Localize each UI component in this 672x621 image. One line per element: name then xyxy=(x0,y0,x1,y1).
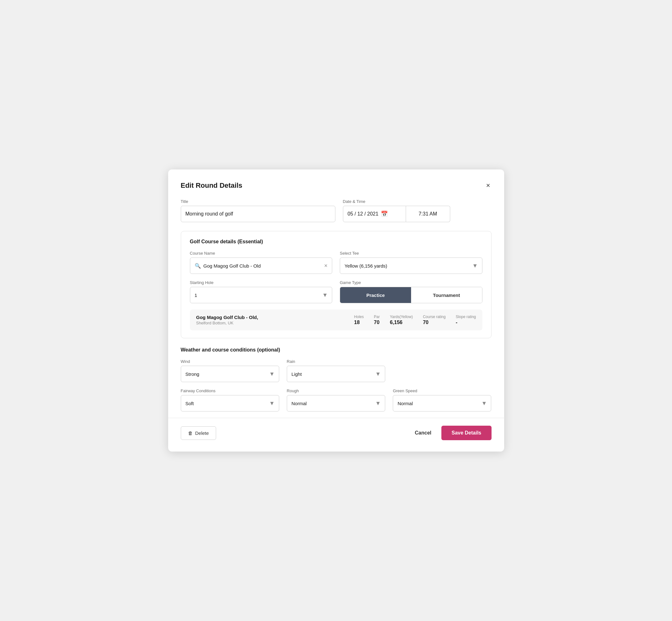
starting-hole-dropdown[interactable]: 1 2 3 10 xyxy=(190,287,333,303)
starting-hole-wrap: 1 2 3 10 ▼ xyxy=(190,287,333,303)
par-value: 70 xyxy=(374,320,380,325)
modal-header: Edit Round Details × xyxy=(181,181,492,190)
game-type-label: Game Type xyxy=(340,280,482,285)
close-button[interactable]: × xyxy=(485,181,492,190)
yards-value: 6,156 xyxy=(390,320,403,325)
rain-dropdown[interactable]: None Light Moderate Heavy xyxy=(287,366,385,382)
course-location: Shelford Bottom, UK xyxy=(196,321,344,325)
tournament-toggle-button[interactable]: Tournament xyxy=(411,287,482,303)
search-icon: 🔍 xyxy=(195,263,201,269)
game-type-toggle: Practice Tournament xyxy=(340,287,482,303)
green-speed-label: Green Speed xyxy=(393,388,491,393)
rough-label: Rough xyxy=(287,388,385,393)
date-time-field-group: Date & Time 05 / 12 / 2021 📅 7:31 AM xyxy=(343,199,450,222)
course-main-name: Gog Magog Golf Club - Old, xyxy=(196,315,344,320)
slope-rating-value: - xyxy=(456,320,457,325)
save-button[interactable]: Save Details xyxy=(442,426,491,440)
rough-col: Rough Normal Thick Sparse ▼ xyxy=(287,388,385,411)
par-stat: Par 70 xyxy=(374,315,380,325)
time-value: 7:31 AM xyxy=(419,211,437,217)
slope-rating-label: Slope rating xyxy=(456,315,476,319)
course-info-row: Gog Magog Golf Club - Old, Shelford Bott… xyxy=(190,309,482,330)
select-tee-wrap: Yellow (6,156 yards) White Red Blue ▼ xyxy=(340,257,482,274)
yards-label: Yards(Yellow) xyxy=(390,315,413,319)
fairway-rough-green-row: Fairway Conditions Soft Normal Hard Wet … xyxy=(181,388,492,411)
rain-select-wrap: None Light Moderate Heavy ▼ xyxy=(287,366,385,382)
time-field[interactable]: 7:31 AM xyxy=(406,206,450,222)
date-time-group: 05 / 12 / 2021 📅 7:31 AM xyxy=(343,206,450,222)
modal-title: Edit Round Details xyxy=(181,181,243,190)
starting-hole-col: Starting Hole 1 2 3 10 ▼ xyxy=(190,280,333,303)
wind-select-wrap: None Light Moderate Strong ▼ xyxy=(181,366,279,382)
calendar-icon: 📅 xyxy=(381,210,388,217)
delete-label: Delete xyxy=(195,430,209,436)
course-rating-stat: Course rating 70 xyxy=(423,315,446,325)
golf-course-section-title: Golf Course details (Essential) xyxy=(190,239,482,245)
fairway-select-wrap: Soft Normal Hard Wet ▼ xyxy=(181,395,279,411)
footer-right: Cancel Save Details xyxy=(412,426,492,440)
rough-select-wrap: Normal Thick Sparse ▼ xyxy=(287,395,385,411)
slope-rating-stat: Slope rating - xyxy=(456,315,476,325)
rain-col: Rain None Light Moderate Heavy ▼ xyxy=(287,359,385,382)
holes-label: Holes xyxy=(354,315,364,319)
yards-stat: Yards(Yellow) 6,156 xyxy=(390,315,413,325)
rough-dropdown[interactable]: Normal Thick Sparse xyxy=(287,395,385,411)
course-name-input-wrap: 🔍 × xyxy=(190,257,333,274)
title-label: Title xyxy=(181,199,335,204)
footer-divider xyxy=(168,418,504,418)
wind-col: Wind None Light Moderate Strong ▼ xyxy=(181,359,279,382)
holes-stat: Holes 18 xyxy=(354,315,364,325)
course-rating-label: Course rating xyxy=(423,315,446,319)
hole-game-type-row: Starting Hole 1 2 3 10 ▼ Game Type Pract… xyxy=(190,280,482,303)
course-name-input[interactable] xyxy=(204,263,322,268)
footer-row: 🗑 Delete Cancel Save Details xyxy=(181,426,492,440)
golf-course-section: Golf Course details (Essential) Course N… xyxy=(181,231,492,338)
course-name-block: Gog Magog Golf Club - Old, Shelford Bott… xyxy=(196,315,344,325)
select-tee-dropdown[interactable]: Yellow (6,156 yards) White Red Blue xyxy=(340,257,482,274)
course-name-tee-row: Course Name 🔍 × Select Tee Yellow (6,156… xyxy=(190,251,482,274)
green-speed-select-wrap: Slow Normal Fast Very Fast ▼ xyxy=(393,395,491,411)
delete-button[interactable]: 🗑 Delete xyxy=(181,426,216,440)
wind-label: Wind xyxy=(181,359,279,364)
starting-hole-label: Starting Hole xyxy=(190,280,333,285)
par-label: Par xyxy=(374,315,380,319)
course-name-label: Course Name xyxy=(190,251,333,256)
wind-dropdown[interactable]: None Light Moderate Strong xyxy=(181,366,279,382)
date-time-label: Date & Time xyxy=(343,199,450,204)
date-value: 05 / 12 / 2021 xyxy=(348,211,379,217)
weather-section: Weather and course conditions (optional)… xyxy=(181,347,492,411)
weather-section-title: Weather and course conditions (optional) xyxy=(181,347,492,353)
course-rating-value: 70 xyxy=(423,320,428,325)
date-field[interactable]: 05 / 12 / 2021 📅 xyxy=(343,206,406,222)
green-speed-col: Green Speed Slow Normal Fast Very Fast ▼ xyxy=(393,388,491,411)
fairway-dropdown[interactable]: Soft Normal Hard Wet xyxy=(181,395,279,411)
wind-rain-row: Wind None Light Moderate Strong ▼ Rain N… xyxy=(181,359,492,382)
top-row: Title Date & Time 05 / 12 / 2021 📅 7:31 … xyxy=(181,199,492,222)
select-tee-label: Select Tee xyxy=(340,251,482,256)
holes-value: 18 xyxy=(354,320,360,325)
practice-toggle-button[interactable]: Practice xyxy=(340,287,411,303)
fairway-label: Fairway Conditions xyxy=(181,388,279,393)
title-field-group: Title xyxy=(181,199,335,222)
select-tee-col: Select Tee Yellow (6,156 yards) White Re… xyxy=(340,251,482,274)
title-input[interactable] xyxy=(181,206,335,222)
rain-label: Rain xyxy=(287,359,385,364)
green-speed-dropdown[interactable]: Slow Normal Fast Very Fast xyxy=(393,395,491,411)
game-type-col: Game Type Practice Tournament xyxy=(340,280,482,303)
course-name-col: Course Name 🔍 × xyxy=(190,251,333,274)
cancel-button[interactable]: Cancel xyxy=(412,426,434,440)
course-name-clear-button[interactable]: × xyxy=(324,263,328,268)
trash-icon: 🗑 xyxy=(188,430,193,436)
edit-round-modal: Edit Round Details × Title Date & Time 0… xyxy=(168,169,504,452)
fairway-col: Fairway Conditions Soft Normal Hard Wet … xyxy=(181,388,279,411)
